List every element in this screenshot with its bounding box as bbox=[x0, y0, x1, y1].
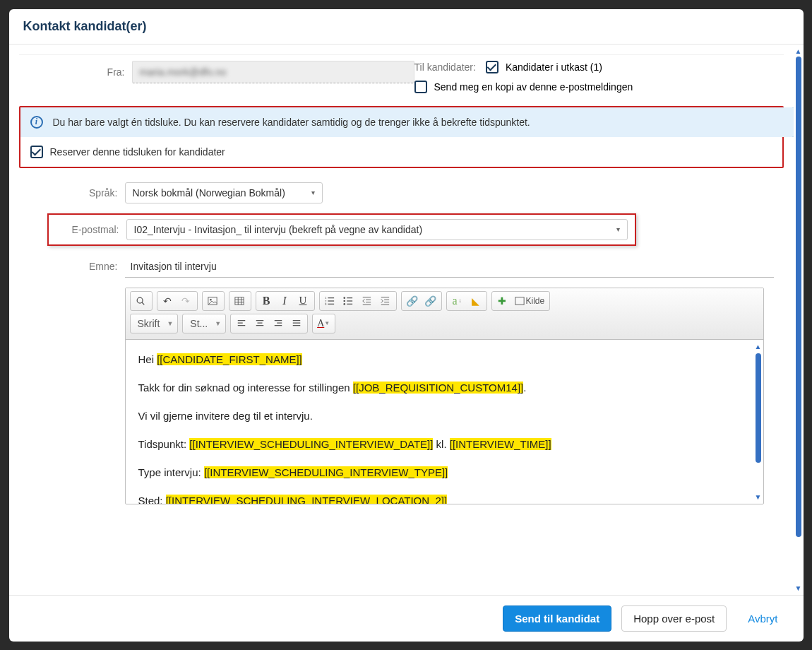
skip-email-button[interactable]: Hopp over e-post bbox=[621, 605, 727, 632]
svg-point-17 bbox=[343, 300, 345, 302]
align-left-icon[interactable] bbox=[232, 315, 251, 332]
modal-title: Kontakt kandidat(er) bbox=[9, 9, 804, 45]
font-select[interactable]: Skrift▼ bbox=[130, 314, 179, 333]
language-select[interactable]: Norsk bokmål (Norwegian Bokmål) ▾ bbox=[125, 182, 323, 203]
source-icon[interactable]: Kilde bbox=[512, 292, 549, 309]
scroll-up-icon[interactable]: ▲ bbox=[795, 47, 802, 55]
contact-candidates-modal: Kontakt kandidat(er) Fra: maria.mork@dfo… bbox=[9, 9, 804, 642]
reserve-line: Reserver denne tidsluken for kandidater bbox=[20, 137, 782, 167]
from-obscured: maria.mork@dfo.no bbox=[140, 66, 227, 78]
editor-scrollbar[interactable]: ▲ ▼ bbox=[753, 340, 763, 504]
indent-icon[interactable] bbox=[376, 292, 395, 309]
merge-field: [[INTERVIEW_TIME]] bbox=[450, 438, 551, 450]
modal-footer: Send til kandidat Hopp over e-post Avbry… bbox=[9, 595, 804, 642]
font-color-icon[interactable]: A ▼ bbox=[314, 315, 333, 332]
unlink-icon[interactable]: 🔗 bbox=[422, 292, 440, 309]
scroll-down-icon: ▼ bbox=[755, 493, 762, 501]
bold-icon[interactable]: B bbox=[258, 292, 276, 309]
modal-body: Fra: maria.mork@dfo.no Til kandidater: K… bbox=[9, 45, 804, 595]
subject-label: Emne: bbox=[47, 261, 125, 272]
image-icon[interactable] bbox=[204, 292, 222, 309]
send-button[interactable]: Send til kandidat bbox=[503, 605, 611, 632]
svg-text:3: 3 bbox=[325, 302, 327, 306]
merge-field: [[INTERVIEW_SCHEDULING_INTERVIEW_DATE]] bbox=[189, 438, 433, 450]
merge-field: [[CANDIDATE_FIRST_NAME]] bbox=[157, 353, 302, 365]
merge-field: [[JOB_REQUISITION_CUSTOM14]] bbox=[353, 382, 523, 394]
scroll-thumb[interactable] bbox=[796, 57, 801, 537]
template-select[interactable]: I02_Intervju - Invitasjon_ til intervju … bbox=[126, 219, 628, 240]
info-bar: i Du har bare valgt én tidsluke. Du kan … bbox=[20, 107, 792, 137]
editor-body[interactable]: Hei [[CANDIDATE_FIRST_NAME]] Takk for di… bbox=[126, 340, 753, 504]
align-center-icon[interactable] bbox=[251, 315, 269, 332]
ul-icon[interactable] bbox=[340, 292, 358, 309]
snippet-icon[interactable]: ✚ bbox=[494, 292, 512, 309]
merge-field: [[INTERVIEW_SCHEDULING_INTERVIEW_LOCATIO… bbox=[166, 495, 447, 504]
copy-me-checkbox[interactable] bbox=[414, 81, 427, 93]
textcolor-icon[interactable]: a↓ bbox=[448, 292, 467, 309]
reserve-label: Reserver denne tidsluken for kandidater bbox=[50, 146, 225, 158]
svg-rect-4 bbox=[235, 297, 244, 305]
from-label: Fra: bbox=[47, 66, 132, 78]
rich-text-editor: ↶ ↷ B bbox=[125, 288, 764, 504]
table-icon[interactable] bbox=[231, 292, 249, 309]
svg-point-3 bbox=[210, 298, 212, 300]
underline-icon[interactable]: U bbox=[294, 292, 313, 309]
undo-icon[interactable]: ↶ bbox=[159, 292, 177, 309]
align-right-icon[interactable] bbox=[269, 315, 287, 332]
language-label: Språk: bbox=[47, 187, 125, 199]
template-label: E-postmal: bbox=[49, 224, 126, 235]
ol-icon[interactable]: 123 bbox=[321, 292, 340, 309]
from-input[interactable]: maria.mork@dfo.no bbox=[132, 61, 414, 83]
language-value: Norsk bokmål (Norwegian Bokmål) bbox=[133, 187, 285, 199]
size-select[interactable]: St...▼ bbox=[182, 314, 226, 333]
svg-rect-29 bbox=[515, 297, 523, 305]
modal-scrollbar[interactable]: ▲ ▼ bbox=[794, 45, 804, 595]
link-icon[interactable]: 🔗 bbox=[403, 292, 422, 309]
info-icon: i bbox=[30, 116, 43, 129]
template-value: I02_Intervju - Invitasjon_ til intervju … bbox=[134, 224, 423, 235]
merge-field: [[INTERVIEW_SCHEDULING_INTERVIEW_TYPE]] bbox=[204, 466, 448, 478]
reserve-checkbox[interactable] bbox=[30, 146, 43, 158]
italic-icon[interactable]: I bbox=[276, 292, 294, 309]
redo-icon[interactable]: ↷ bbox=[177, 292, 196, 309]
outdent-icon[interactable] bbox=[358, 292, 376, 309]
scroll-up-icon: ▲ bbox=[755, 343, 762, 350]
copy-me-label: Send meg en kopi av denne e-postmeldinge… bbox=[434, 81, 633, 93]
preview-icon[interactable] bbox=[132, 292, 150, 309]
svg-line-1 bbox=[142, 302, 145, 305]
candidates-draft-label: Kandidater i utkast (1) bbox=[506, 61, 602, 73]
svg-point-15 bbox=[343, 297, 345, 299]
info-text: Du har bare valgt én tidsluke. Du kan re… bbox=[53, 117, 530, 128]
candidates-draft-checkbox[interactable] bbox=[486, 61, 498, 73]
subject-input[interactable]: Invitasjon til intervju bbox=[125, 256, 774, 278]
template-highlight-box: E-postmal: I02_Intervju - Invitasjon_ ti… bbox=[47, 213, 636, 246]
chevron-down-icon: ▾ bbox=[311, 189, 315, 196]
align-justify-icon[interactable] bbox=[287, 315, 306, 332]
svg-point-19 bbox=[343, 303, 345, 305]
scroll-area: Fra: maria.mork@dfo.no Til kandidater: K… bbox=[9, 45, 794, 595]
editor-toolbar: ↶ ↷ B bbox=[126, 288, 763, 340]
placeholder-icon[interactable]: ◣ bbox=[467, 292, 485, 309]
scroll-down-icon[interactable]: ▼ bbox=[795, 584, 802, 592]
recipients-label: Til kandidater: bbox=[414, 61, 476, 73]
chevron-down-icon: ▾ bbox=[616, 225, 620, 233]
reserve-highlight-box: i Du har bare valgt én tidsluke. Du kan … bbox=[19, 106, 784, 168]
cancel-button[interactable]: Avbryt bbox=[736, 606, 789, 631]
